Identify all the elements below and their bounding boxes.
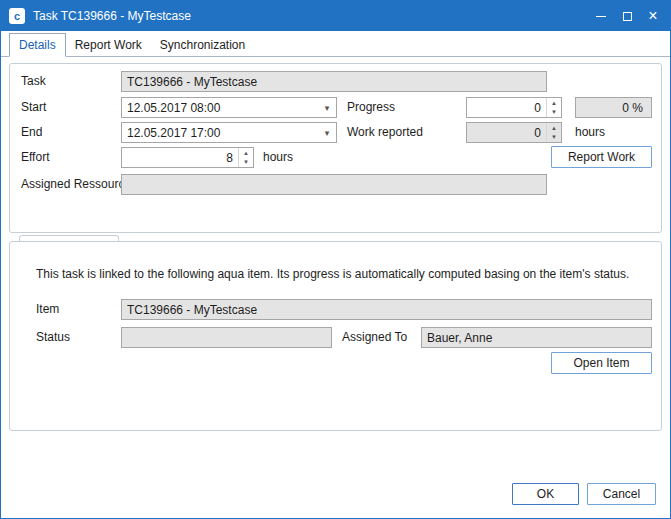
task-dialog: c Task TC139666 - MyTestcase × Details R… bbox=[0, 0, 671, 519]
tab-details[interactable]: Details bbox=[9, 33, 66, 57]
item-label: Item bbox=[36, 299, 59, 320]
item-field: TC139666 - MyTestcase bbox=[121, 299, 652, 320]
spin-down-icon: ▼ bbox=[547, 133, 561, 143]
spin-up-icon[interactable]: ▲ bbox=[547, 98, 561, 108]
dropdown-icon[interactable]: ▾ bbox=[318, 123, 336, 142]
start-label: Start bbox=[21, 97, 46, 118]
app-icon-glyph: c bbox=[14, 10, 20, 22]
open-item-button[interactable]: Open Item bbox=[551, 352, 652, 374]
effort-label: Effort bbox=[21, 147, 49, 168]
effort-input[interactable]: 8 ▲ ▼ bbox=[121, 147, 254, 168]
app-icon: c bbox=[9, 8, 25, 24]
assigned-ressource-field bbox=[121, 174, 547, 195]
spin-up-icon[interactable]: ▲ bbox=[239, 148, 253, 158]
progress-input[interactable]: 0 ▲ ▼ bbox=[466, 97, 562, 118]
item-value: TC139666 - MyTestcase bbox=[122, 303, 651, 317]
minimize-icon bbox=[596, 16, 606, 17]
effort-spin-buttons: ▲ ▼ bbox=[238, 148, 253, 167]
end-date-combo[interactable]: 12.05.2017 17:00 ▾ bbox=[121, 122, 337, 143]
end-date-value: 12.05.2017 17:00 bbox=[122, 126, 318, 140]
window-title: Task TC139666 - MyTestcase bbox=[33, 9, 191, 23]
progress-value: 0 bbox=[467, 101, 546, 115]
task-field: TC139666 - MyTestcase bbox=[121, 71, 547, 92]
spin-down-icon[interactable]: ▼ bbox=[547, 108, 561, 118]
maximize-button[interactable] bbox=[614, 1, 640, 31]
tab-report-work[interactable]: Report Work bbox=[66, 34, 151, 56]
minimize-button[interactable] bbox=[588, 1, 614, 31]
assigned-to-field: Bauer, Anne bbox=[421, 327, 652, 348]
effort-unit-label: hours bbox=[263, 147, 293, 168]
progress-label: Progress bbox=[347, 97, 395, 118]
effort-value: 8 bbox=[122, 151, 238, 165]
assigned-ressource-label: Assigned Ressource bbox=[21, 174, 131, 195]
status-label: Status bbox=[36, 327, 70, 348]
work-reported-input: 0 ▲ ▼ bbox=[466, 122, 562, 143]
dropdown-icon[interactable]: ▾ bbox=[318, 98, 336, 117]
work-reported-value: 0 bbox=[467, 126, 546, 140]
status-field bbox=[121, 327, 332, 348]
close-icon: × bbox=[648, 8, 657, 24]
close-button[interactable]: × bbox=[640, 1, 666, 31]
work-reported-spin-buttons: ▲ ▼ bbox=[546, 123, 561, 142]
spin-up-icon: ▲ bbox=[547, 123, 561, 133]
progress-spin-buttons: ▲ ▼ bbox=[546, 98, 561, 117]
window-controls: × bbox=[588, 1, 666, 31]
work-reported-label: Work reported bbox=[347, 122, 423, 143]
cancel-button[interactable]: Cancel bbox=[587, 483, 656, 505]
spin-down-icon[interactable]: ▼ bbox=[239, 158, 253, 168]
assigned-to-value: Bauer, Anne bbox=[422, 331, 651, 345]
titlebar: c Task TC139666 - MyTestcase × bbox=[1, 1, 670, 31]
tab-synchronization[interactable]: Synchronization bbox=[151, 34, 254, 56]
progress-percent-field: 0 % bbox=[575, 97, 652, 118]
report-work-button[interactable]: Report Work bbox=[551, 146, 652, 168]
start-date-value: 12.05.2017 08:00 bbox=[122, 101, 318, 115]
end-label: End bbox=[21, 122, 42, 143]
assigned-to-label: Assigned To bbox=[342, 327, 407, 348]
task-value: TC139666 - MyTestcase bbox=[122, 75, 546, 89]
task-label: Task bbox=[21, 71, 46, 92]
linked-item-description: This task is linked to the following aqu… bbox=[36, 267, 629, 281]
work-reported-unit-label: hours bbox=[575, 122, 605, 143]
start-date-combo[interactable]: 12.05.2017 08:00 ▾ bbox=[121, 97, 337, 118]
tab-bar: Details Report Work Synchronization bbox=[1, 31, 670, 57]
progress-percent-value: 0 % bbox=[576, 101, 651, 115]
maximize-icon bbox=[623, 12, 632, 21]
ok-button[interactable]: OK bbox=[512, 483, 579, 505]
